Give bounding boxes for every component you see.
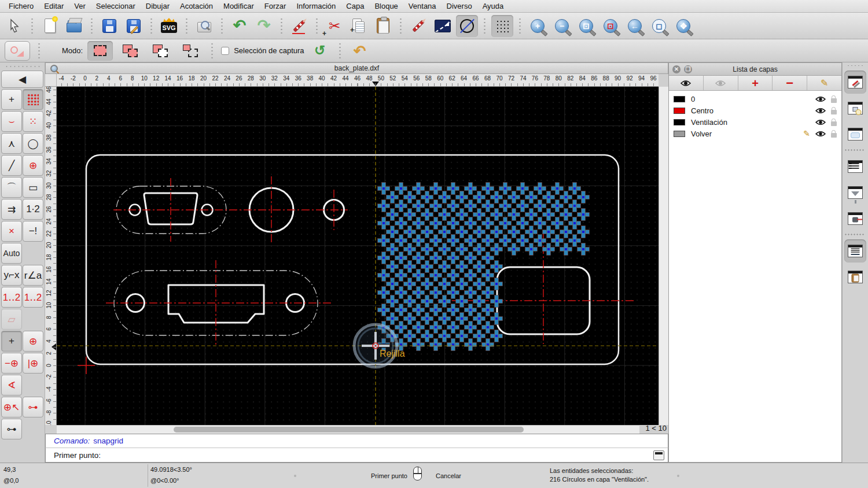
save-as-button[interactable] bbox=[123, 15, 145, 37]
capture-selection-checkbox[interactable] bbox=[221, 47, 229, 55]
menu-seleccionar[interactable]: Seleccionar bbox=[91, 0, 141, 12]
snap-back-button[interactable]: ◀ bbox=[1, 71, 43, 88]
line-attributes-button[interactable] bbox=[432, 15, 454, 37]
mode-new-selection-button[interactable] bbox=[87, 41, 113, 61]
snap-auto-button[interactable]: Auto bbox=[1, 243, 22, 264]
menu-editar[interactable]: Editar bbox=[39, 0, 69, 12]
menu-ayuda[interactable]: Ayuda bbox=[477, 0, 509, 12]
menu-dibujar[interactable]: Dibujar bbox=[141, 0, 175, 12]
grid-toggle-button[interactable] bbox=[491, 15, 513, 37]
select-arrow-button[interactable] bbox=[3, 15, 25, 37]
crosshair-vertical-button[interactable]: |⊕ bbox=[23, 353, 43, 374]
command-detach-button[interactable] bbox=[653, 450, 664, 460]
snap-distance-button[interactable]: 1∙2 bbox=[23, 199, 43, 220]
new-file-button[interactable] bbox=[39, 15, 61, 37]
snap-pointer-button[interactable]: ⊕↖ bbox=[1, 397, 22, 417]
drawing-canvas[interactable]: Rejilla bbox=[57, 87, 659, 425]
layer-panel-titlebar[interactable]: ✕ ❐ Lista de capas bbox=[669, 63, 841, 76]
menu-informacion[interactable]: Información bbox=[291, 0, 341, 12]
restrict-orthogonal-button[interactable]: ⇉ bbox=[1, 199, 22, 220]
open-file-button[interactable] bbox=[63, 15, 85, 37]
menu-modificar[interactable]: Modificar bbox=[218, 0, 259, 12]
dock-pen-palette-button[interactable] bbox=[844, 207, 866, 230]
layer-visibility-icon[interactable] bbox=[815, 119, 826, 125]
vertical-scrollbar-track[interactable] bbox=[659, 87, 668, 425]
layer-color-swatch[interactable] bbox=[674, 119, 685, 125]
layer-visibility-icon[interactable] bbox=[815, 131, 826, 137]
undo-action-button[interactable]: ↶ bbox=[349, 40, 371, 62]
menu-diverso[interactable]: Diverso bbox=[442, 0, 477, 12]
layer-visibility-icon[interactable] bbox=[815, 108, 826, 114]
menu-forzar[interactable]: Forzar bbox=[259, 0, 292, 12]
dock-clipboard-button[interactable] bbox=[844, 265, 866, 289]
cut-button[interactable]: ✂+ bbox=[323, 15, 345, 37]
snap-free-button[interactable]: + bbox=[1, 89, 22, 110]
drag-handle[interactable] bbox=[5, 65, 40, 68]
snap-intersection-button[interactable]: × bbox=[1, 221, 22, 242]
snap-nearest-button[interactable]: ╱ bbox=[1, 155, 22, 176]
undo-button[interactable]: ↶ bbox=[229, 15, 251, 37]
draw-pencil-button[interactable] bbox=[407, 15, 429, 37]
zoom-in-button[interactable]: + bbox=[527, 15, 549, 37]
snap-perpendicular-button[interactable]: ⋏ bbox=[1, 133, 22, 154]
add-layer-button[interactable]: + bbox=[738, 76, 773, 90]
mode-intersect-selection-button[interactable] bbox=[178, 41, 203, 61]
horizontal-scrollbar[interactable] bbox=[57, 425, 639, 434]
angle-gauge-button[interactable]: ∢ bbox=[1, 375, 22, 395]
zoom-previous-button[interactable]: ← bbox=[624, 15, 646, 37]
selection-tool-ghost-button[interactable]: ▱ bbox=[1, 309, 22, 330]
menu-capa[interactable]: Capa bbox=[341, 0, 369, 12]
drawing-window-titlebar[interactable]: back_plate.dxf bbox=[45, 62, 668, 74]
layer-color-swatch[interactable] bbox=[674, 108, 685, 114]
delete-button[interactable] bbox=[288, 15, 310, 37]
revert-selection-button[interactable]: ↺ bbox=[309, 40, 331, 62]
layer-lock-icon[interactable] bbox=[831, 110, 837, 114]
redo-button[interactable]: ↷ bbox=[253, 15, 275, 37]
menu-ver[interactable]: Ver bbox=[69, 0, 91, 12]
hide-all-layers-button[interactable] bbox=[704, 76, 738, 90]
paste-button[interactable] bbox=[372, 15, 394, 37]
zoom-pan-button[interactable]: ✥ bbox=[672, 15, 694, 37]
snap-grid-button[interactable] bbox=[23, 89, 43, 110]
crosshair-full-button[interactable]: ⊕ bbox=[23, 331, 43, 352]
zoom-auto-button[interactable]: ⊡ bbox=[575, 15, 597, 37]
dock-selection-filter-button[interactable] bbox=[844, 181, 866, 204]
export-svg-button[interactable]: SVG bbox=[158, 15, 180, 37]
dock-entity-list-button[interactable] bbox=[844, 155, 866, 178]
zoom-selected-button[interactable]: ⊡ bbox=[599, 15, 621, 37]
zoom-window-button[interactable]: ◻ bbox=[648, 15, 670, 37]
mode-add-selection-button[interactable] bbox=[117, 41, 143, 61]
remove-layer-button[interactable]: − bbox=[773, 76, 807, 90]
mode-subtract-selection-button[interactable] bbox=[148, 41, 173, 61]
layer-row-ventilacion[interactable]: Ventilación bbox=[669, 116, 841, 128]
layer-row-centro[interactable]: Centro bbox=[669, 105, 841, 116]
dock-layer-list-button[interactable] bbox=[844, 71, 866, 94]
drag-handle[interactable] bbox=[847, 64, 864, 67]
save-button[interactable] bbox=[98, 15, 120, 37]
menu-fichero[interactable]: Fichero bbox=[3, 0, 39, 12]
command-input[interactable] bbox=[105, 451, 653, 460]
scrollbar-thumb[interactable] bbox=[174, 427, 524, 432]
zoom-out-button[interactable]: − bbox=[551, 15, 573, 37]
snap-reference-button[interactable]: ▭ bbox=[23, 177, 43, 198]
capture-selection-tool-button[interactable] bbox=[5, 41, 30, 61]
menu-acotacion[interactable]: Acotación bbox=[175, 0, 218, 12]
snap-on-entity-button[interactable]: ⁙ bbox=[23, 111, 43, 132]
copy-button[interactable]: + bbox=[348, 15, 370, 37]
lock-relative-zero-button[interactable]: ⊶ bbox=[23, 397, 43, 417]
snap-center-button[interactable]: ⊕ bbox=[23, 155, 43, 176]
print-preview-button[interactable] bbox=[193, 15, 215, 37]
layer-color-swatch[interactable] bbox=[674, 96, 685, 102]
layer-lock-icon[interactable] bbox=[831, 98, 837, 103]
dock-library-browser-button[interactable] bbox=[844, 123, 866, 146]
dock-block-list-button[interactable] bbox=[844, 97, 866, 120]
detach-icon[interactable]: ❐ bbox=[684, 65, 692, 73]
cad-drawing[interactable]: Rejilla bbox=[57, 87, 659, 425]
crosshair-horizontal-button[interactable]: −⊕ bbox=[1, 353, 22, 374]
edit-layer-button[interactable]: ✎ bbox=[807, 76, 841, 90]
layer-row-volver[interactable]: Volver✎ bbox=[669, 128, 841, 139]
close-icon[interactable]: ✕ bbox=[672, 65, 681, 73]
layer-row-0[interactable]: 0 bbox=[669, 93, 841, 105]
layer-color-swatch[interactable] bbox=[674, 131, 685, 137]
snap-on-circle-button[interactable]: ◯ bbox=[23, 133, 43, 154]
